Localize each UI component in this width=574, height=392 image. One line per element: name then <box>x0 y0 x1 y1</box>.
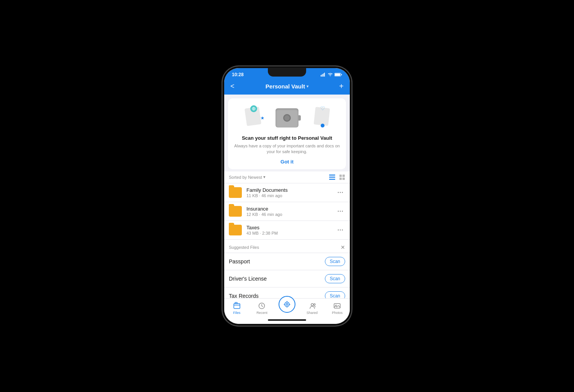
svg-rect-8 <box>329 175 335 176</box>
shared-nav-icon <box>308 302 316 310</box>
svg-rect-11 <box>339 175 342 177</box>
file-name-taxes: Taxes <box>246 225 336 230</box>
suggested-item-drivers-license: Driver's License Scan <box>224 270 350 287</box>
file-item-family[interactable]: Family Documents 11 KB · 46 min ago ··· <box>224 183 350 202</box>
suggested-name-tax-records: Tax Records <box>229 293 259 298</box>
photos-nav-label: Photos <box>332 311 342 315</box>
heart-icon: ♡ <box>320 105 325 111</box>
safe-body <box>276 108 298 127</box>
svg-rect-13 <box>339 178 342 180</box>
file-item-taxes[interactable]: Taxes 43 MB · 2:38 PM ··· <box>224 221 350 240</box>
svg-point-21 <box>314 304 315 305</box>
back-button[interactable]: < <box>230 82 240 90</box>
photos-nav-icon <box>333 302 341 310</box>
svg-rect-12 <box>342 175 345 177</box>
file-more-taxes[interactable]: ··· <box>336 225 345 235</box>
nav-item-recent[interactable]: Recent <box>249 302 275 315</box>
sort-chevron: ▾ <box>263 175 266 180</box>
dot-icon <box>321 124 325 127</box>
file-more-insurance[interactable]: ··· <box>336 206 345 216</box>
nav-item-files[interactable]: Files <box>224 302 249 315</box>
scan-center-button[interactable] <box>279 296 295 313</box>
recent-nav-label: Recent <box>256 311 267 315</box>
home-bar <box>268 319 306 321</box>
file-info-taxes: Taxes 43 MB · 2:38 PM <box>246 225 336 235</box>
svg-rect-6 <box>341 74 342 75</box>
wifi-icon <box>328 73 333 77</box>
svg-rect-16 <box>235 302 237 304</box>
file-info-family: Family Documents 11 KB · 46 min ago <box>246 187 336 198</box>
notch <box>268 68 306 77</box>
svg-point-20 <box>311 304 313 306</box>
title-chevron[interactable]: ▾ <box>307 84 308 88</box>
sort-label[interactable]: Sorted by Newest ▾ <box>229 175 266 180</box>
sort-text: Sorted by Newest <box>229 175 262 180</box>
list-view-icon[interactable] <box>329 175 335 180</box>
file-meta-family: 11 KB · 46 min ago <box>246 193 336 198</box>
svg-rect-10 <box>329 179 335 180</box>
file-meta-insurance: 12 KB · 46 min ago <box>246 212 336 217</box>
nav-item-photos[interactable]: Photos <box>325 302 350 315</box>
suggested-header: Suggested Files ✕ <box>224 240 350 253</box>
signal-icon <box>321 73 326 77</box>
file-more-family[interactable]: ··· <box>336 188 345 198</box>
file-info-insurance: Insurance 12 KB · 46 min ago <box>246 206 336 217</box>
bottom-nav: Files Recent <box>224 298 350 316</box>
phone-frame: 10:28 <box>222 66 352 326</box>
svg-rect-2 <box>323 74 324 77</box>
file-meta-taxes: 43 MB · 2:38 PM <box>246 231 336 235</box>
folder-icon-family <box>229 187 242 198</box>
home-indicator <box>224 316 350 324</box>
suggested-name-drivers-license: Driver's License <box>229 276 267 282</box>
suggested-name-passport: Passport <box>229 258 250 265</box>
suggested-label: Suggested Files <box>229 245 259 250</box>
add-button[interactable]: + <box>334 82 344 91</box>
svg-rect-22 <box>334 304 340 308</box>
files-nav-label: Files <box>233 311 240 315</box>
svg-point-18 <box>285 302 289 307</box>
status-time: 10:28 <box>232 72 244 77</box>
svg-rect-14 <box>342 178 345 180</box>
grid-view-icon[interactable] <box>339 175 345 180</box>
got-it-link[interactable]: Got it <box>234 159 340 165</box>
file-name-family: Family Documents <box>246 187 336 193</box>
file-item-insurance[interactable]: Insurance 12 KB · 46 min ago ··· <box>224 202 350 221</box>
promo-desc: Always have a copy of your important car… <box>234 143 340 155</box>
battery-icon <box>334 73 342 77</box>
scan-button-passport[interactable]: Scan <box>325 257 345 266</box>
vault-title: Personal Vault <box>266 83 305 90</box>
phone-screen: 10:28 <box>224 68 350 324</box>
folder-icon-taxes <box>229 225 242 235</box>
files-nav-icon <box>233 302 241 310</box>
main-content: ★ ♡ <box>224 95 350 298</box>
promo-title: Scan your stuff right to Personal Vault <box>234 135 340 141</box>
suggested-item-passport: Passport Scan <box>224 253 350 270</box>
globe-icon <box>250 105 257 112</box>
suggested-close-button[interactable]: ✕ <box>341 244 345 250</box>
svg-rect-9 <box>329 176 335 178</box>
header-title: Personal Vault ▾ <box>266 83 308 90</box>
safe-dial <box>283 114 291 122</box>
app-header: < Personal Vault ▾ + <box>224 80 350 95</box>
file-list: Family Documents 11 KB · 46 min ago ··· … <box>224 183 350 240</box>
status-icons <box>321 73 342 77</box>
scan-button-tax-records[interactable]: Scan <box>325 291 345 298</box>
nav-item-scan[interactable] <box>274 303 300 314</box>
sort-bar: Sorted by Newest ▾ <box>224 172 350 183</box>
file-name-insurance: Insurance <box>246 206 336 212</box>
svg-point-19 <box>286 304 288 305</box>
nav-item-shared[interactable]: Shared <box>300 302 325 315</box>
svg-rect-3 <box>324 73 325 77</box>
svg-rect-1 <box>322 74 323 77</box>
safe-handle <box>298 115 301 121</box>
folder-icon-insurance <box>229 206 242 217</box>
svg-rect-0 <box>321 75 321 77</box>
sort-view-icons <box>329 175 345 180</box>
promo-illustration: ★ ♡ <box>234 105 340 131</box>
star-icon: ★ <box>260 115 265 121</box>
scan-button-drivers-license[interactable]: Scan <box>325 274 345 283</box>
shared-nav-label: Shared <box>307 311 318 315</box>
svg-rect-15 <box>234 304 240 309</box>
recent-nav-icon <box>258 302 266 310</box>
promo-card: ★ ♡ <box>228 98 346 169</box>
